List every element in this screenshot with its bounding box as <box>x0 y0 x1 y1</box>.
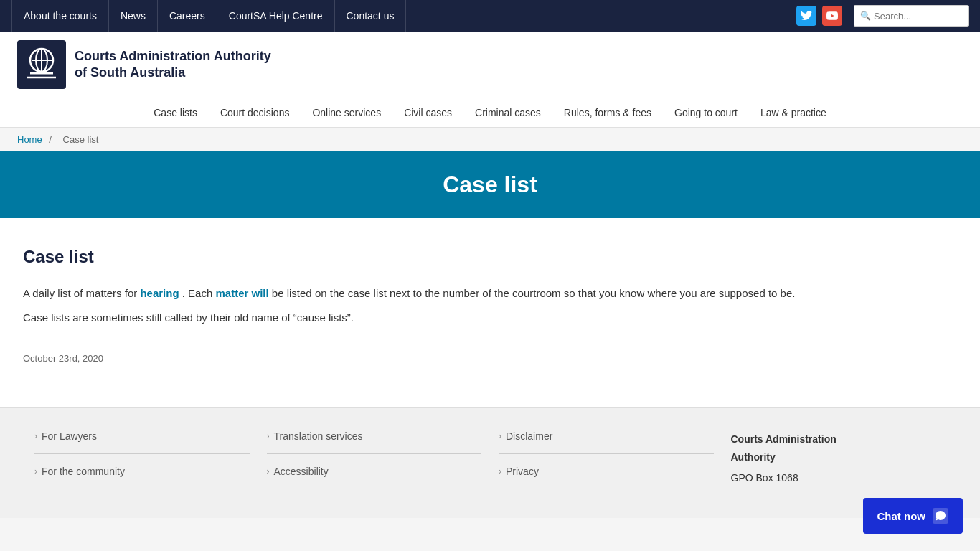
logo-image <box>17 40 66 89</box>
footer-address: Courts AdministrationAuthority GPO Box 1… <box>731 430 946 488</box>
intro-before-text: A daily list of matters for <box>23 287 137 299</box>
footer-col-3: › Disclaimer › Privacy <box>499 430 714 501</box>
footer-item-accessibility: › Accessibility <box>267 466 482 489</box>
chevron-icon: › <box>499 431 501 441</box>
social-links <box>796 6 842 26</box>
org-name: Courts AdministrationAuthority <box>731 430 946 466</box>
chevron-icon: › <box>34 466 37 476</box>
nav-rules-forms-fees[interactable]: Rules, forms & fees <box>552 98 663 127</box>
footer-item-community: › For the community <box>34 466 250 489</box>
chevron-icon: › <box>267 431 270 441</box>
chevron-icon: › <box>267 466 270 476</box>
content-paragraph-1: A daily list of matters for hearing . Ea… <box>23 284 957 303</box>
breadcrumb: Home / Case list <box>0 128 980 151</box>
footer-col-1: › For Lawyers › For the community <box>34 430 250 501</box>
nav-online-services[interactable]: Online services <box>301 98 392 127</box>
footer-link-accessibility: Accessibility <box>274 466 329 477</box>
breadcrumb-home[interactable]: Home <box>17 134 42 145</box>
chat-icon <box>933 508 948 518</box>
page-heading: Case list <box>23 247 957 267</box>
date-line: October 23rd, 2020 <box>23 344 957 364</box>
footer-grid: › For Lawyers › For the community › <box>34 430 946 501</box>
logo-text: Courts Administration Authorityof South … <box>75 48 271 82</box>
chevron-icon: › <box>34 431 37 441</box>
footer-item-disclaimer: › Disclaimer <box>499 430 714 454</box>
search-input[interactable] <box>874 11 962 22</box>
footer-link-privacy: Privacy <box>506 466 539 477</box>
hero-title: Case list <box>17 171 963 198</box>
nav-court-decisions[interactable]: Court decisions <box>209 98 301 127</box>
content-paragraph-2: Case lists are sometimes still called by… <box>23 309 957 327</box>
hero-banner: Case list <box>0 151 980 218</box>
footer-link-community: For the community <box>42 466 125 477</box>
twitter-icon[interactable] <box>796 6 816 26</box>
footer-link-lawyers: For Lawyers <box>42 430 97 442</box>
nav-about-courts[interactable]: About the courts <box>11 0 109 32</box>
nav-contact[interactable]: Contact us <box>335 0 407 32</box>
breadcrumb-current: Case list <box>63 134 99 145</box>
nav-courtsa-help[interactable]: CourtSA Help Centre <box>217 0 335 32</box>
top-navigation: About the courts News Careers CourtSA He… <box>0 0 980 32</box>
footer-item-translation: › Translation services <box>267 430 482 454</box>
footer-links-col1: › For Lawyers › For the community <box>34 430 250 489</box>
publish-date: October 23rd, 2020 <box>23 353 103 364</box>
footer-link-disclaimer: Disclaimer <box>506 430 552 442</box>
site-footer: › For Lawyers › For the community › <box>0 407 980 518</box>
nav-careers[interactable]: Careers <box>158 0 217 32</box>
chat-label: Chat now <box>877 510 926 519</box>
nav-law-practice[interactable]: Law & practice <box>749 98 838 127</box>
highlight-hearing: hearing <box>140 287 179 299</box>
footer-link-translation: Translation services <box>274 430 363 442</box>
footer-links-col2: › Translation services › Accessibility <box>267 430 482 489</box>
footer-col-4: Courts AdministrationAuthority GPO Box 1… <box>731 430 946 501</box>
content-area: Case list A daily list of matters for he… <box>0 218 980 407</box>
search-bar[interactable]: 🔍 <box>854 5 969 27</box>
nav-civil-cases[interactable]: Civil cases <box>392 98 463 127</box>
top-nav-links: About the courts News Careers CourtSA He… <box>11 0 796 32</box>
highlight-will: will <box>252 287 269 299</box>
footer-links-col3: › Disclaimer › Privacy <box>499 430 714 489</box>
breadcrumb-separator: / <box>49 134 52 145</box>
intro-middle1-text: . Each <box>182 287 213 299</box>
footer-col-2: › Translation services › Accessibility <box>267 430 482 501</box>
nav-news[interactable]: News <box>109 0 158 32</box>
highlight-matter: matter <box>215 287 248 299</box>
main-navigation: Case lists Court decisions Online servic… <box>0 98 980 128</box>
site-header: Courts Administration Authorityof South … <box>0 32 980 98</box>
mailing-address: GPO Box 1068 <box>731 469 946 487</box>
footer-item-lawyers: › For Lawyers <box>34 430 250 454</box>
nav-criminal-cases[interactable]: Criminal cases <box>463 98 552 127</box>
youtube-icon[interactable] <box>822 6 842 26</box>
intro-after-text: be listed on the case list next to the n… <box>272 287 796 299</box>
footer-item-privacy: › Privacy <box>499 466 714 489</box>
nav-going-to-court[interactable]: Going to court <box>663 98 749 127</box>
search-icon: 🔍 <box>860 11 871 21</box>
logo[interactable]: Courts Administration Authorityof South … <box>17 40 271 89</box>
chat-button[interactable]: Chat now <box>863 498 963 518</box>
chevron-icon: › <box>499 466 501 476</box>
nav-case-lists[interactable]: Case lists <box>142 98 209 127</box>
